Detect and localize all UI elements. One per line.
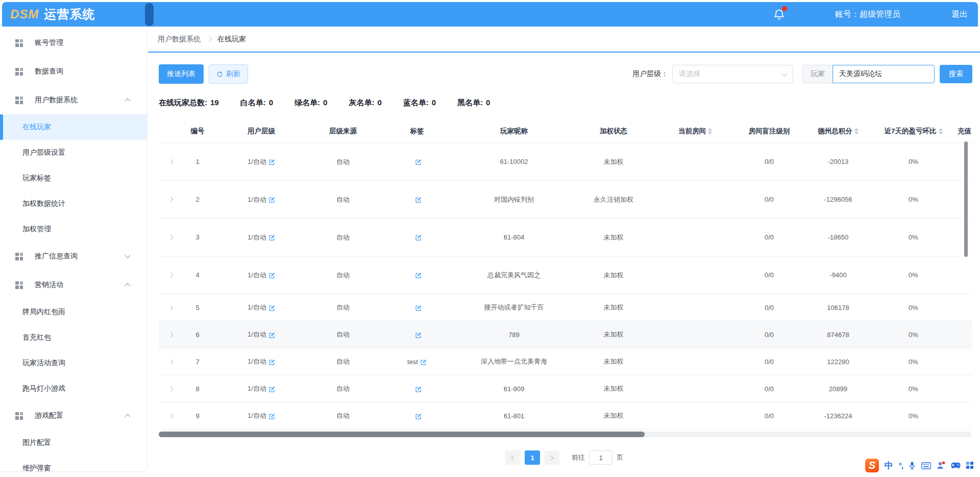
logout-button[interactable]: 退出 bbox=[951, 2, 968, 27]
chevron-right-icon bbox=[549, 455, 554, 460]
page-number-current[interactable]: 1 bbox=[525, 450, 540, 465]
edit-icon[interactable] bbox=[268, 197, 275, 203]
edit-icon[interactable] bbox=[415, 234, 422, 241]
chinese-mode-icon[interactable]: 中 bbox=[885, 460, 893, 471]
horizontal-scrollbar-thumb[interactable] bbox=[159, 432, 645, 437]
punctuation-icon[interactable]: °, bbox=[899, 461, 903, 470]
skin-figure-icon[interactable] bbox=[937, 461, 945, 470]
sogou-logo-icon[interactable]: S bbox=[865, 459, 879, 472]
microphone-icon[interactable] bbox=[909, 461, 916, 470]
cell-weight_status: 未加权 bbox=[570, 402, 657, 429]
edit-icon[interactable] bbox=[420, 359, 427, 366]
sidebar-item[interactable]: 在线玩家 bbox=[0, 114, 147, 140]
sidebar-item[interactable]: 图片配置 bbox=[0, 430, 147, 456]
goto-page-input[interactable] bbox=[589, 450, 612, 465]
expand-row-icon[interactable] bbox=[168, 413, 173, 418]
expand-row-icon[interactable] bbox=[168, 159, 173, 164]
edit-icon[interactable] bbox=[268, 305, 275, 312]
edit-icon[interactable] bbox=[415, 413, 422, 420]
horizontal-scrollbar[interactable] bbox=[159, 432, 971, 437]
breadcrumb-item[interactable]: 用户数据系统 bbox=[158, 35, 201, 44]
edit-icon[interactable] bbox=[415, 332, 422, 339]
sort-icon[interactable] bbox=[854, 128, 859, 134]
sidebar-item[interactable]: 账号管理 bbox=[0, 29, 147, 57]
edit-icon[interactable] bbox=[415, 159, 422, 165]
refresh-button[interactable]: 刷新 bbox=[209, 64, 248, 84]
prev-page-button[interactable] bbox=[505, 450, 521, 465]
sort-icon[interactable] bbox=[708, 128, 712, 134]
sidebar-item[interactable]: 跑马灯小游戏 bbox=[0, 376, 147, 401]
edit-icon[interactable] bbox=[268, 234, 275, 241]
sidebar-item[interactable]: 玩家标签 bbox=[0, 165, 147, 191]
edit-icon[interactable] bbox=[268, 386, 275, 393]
column-header-texas_score[interactable]: 德州总积分 bbox=[805, 120, 871, 142]
cell-nickname: 61-909 bbox=[458, 375, 570, 402]
column-header-weight_status: 加权状态 bbox=[570, 120, 657, 142]
edit-icon[interactable] bbox=[268, 159, 275, 165]
sidebar: 账号管理数据查询用户数据系统在线玩家用户层级设置玩家标签加权数据统计加权管理推广… bbox=[0, 27, 148, 472]
sidebar-item[interactable]: 数据查询 bbox=[0, 57, 147, 86]
sidebar-item[interactable]: 加权数据统计 bbox=[0, 191, 147, 217]
sidebar-item[interactable]: 用户层级设置 bbox=[0, 140, 147, 165]
gamepad-icon[interactable] bbox=[951, 462, 961, 469]
cell-level: 1/自动 bbox=[213, 143, 310, 180]
search-button[interactable]: 搜索 bbox=[940, 65, 972, 83]
table-row[interactable]: 61/自动自动789未加权0/08746780% bbox=[159, 321, 972, 348]
expand-row-icon[interactable] bbox=[168, 386, 173, 391]
edit-icon[interactable] bbox=[415, 272, 422, 279]
chevron-down-icon bbox=[125, 252, 130, 258]
table-row[interactable]: 41/自动自动总裁完美风气因之未加权0/0-94000% bbox=[159, 256, 972, 294]
cell-blind_level: 0/0 bbox=[733, 143, 805, 180]
push-list-button[interactable]: 推送列表 bbox=[159, 64, 204, 84]
next-page-button[interactable] bbox=[544, 450, 559, 465]
players-table: 编号用户层级层级来源标签玩家昵称加权状态当前房间房间盲注级别德州总积分近7天的盈… bbox=[159, 120, 972, 430]
notification-bell-icon[interactable] bbox=[773, 8, 786, 21]
table-row[interactable]: 21/自动自动对国内铵判别永久注销加权0/0-12960560% bbox=[159, 181, 972, 219]
sidebar-item[interactable]: 牌局内红包雨 bbox=[0, 299, 147, 325]
sidebar-collapse-handle[interactable] bbox=[145, 3, 154, 26]
cell-level: 1/自动 bbox=[213, 219, 310, 256]
cell-nickname: 腰开动或者扩知千百 bbox=[458, 294, 570, 321]
cell-level: 1/自动 bbox=[213, 181, 310, 218]
toolbox-grid-icon[interactable] bbox=[966, 462, 974, 469]
column-header-profit_ratio[interactable]: 近7天的盈亏环比 bbox=[871, 120, 955, 142]
sidebar-item[interactable]: 游戏配置 bbox=[0, 401, 147, 430]
sidebar-item-label: 图片配置 bbox=[22, 438, 51, 447]
table-row[interactable]: 51/自动自动腰开动或者扩知千百未加权0/01061780% bbox=[159, 294, 972, 321]
expand-row-icon[interactable] bbox=[168, 235, 173, 240]
sidebar-item[interactable]: 加权管理 bbox=[0, 217, 147, 242]
keyboard-icon[interactable] bbox=[921, 462, 931, 469]
user-level-select[interactable]: 请选择 bbox=[672, 65, 793, 83]
table-row[interactable]: 91/自动自动61-801未加权0/0-12362240% bbox=[159, 402, 972, 430]
cell-weight_status: 未加权 bbox=[570, 321, 657, 348]
edit-icon[interactable] bbox=[268, 413, 275, 420]
vertical-scrollbar-thumb[interactable] bbox=[964, 141, 968, 257]
edit-icon[interactable] bbox=[268, 332, 275, 339]
table-row[interactable]: 31/自动自动61-804未加权0/0-186500% bbox=[159, 219, 972, 256]
sidebar-item[interactable]: 营销活动 bbox=[0, 271, 147, 299]
sidebar-item[interactable]: 推广信息查询 bbox=[0, 242, 147, 271]
sidebar-item[interactable]: 维护弹窗 bbox=[0, 456, 147, 477]
sidebar-item[interactable]: 用户数据系统 bbox=[0, 86, 147, 114]
cell-level_source: 自动 bbox=[310, 348, 376, 375]
table-row[interactable]: 71/自动自动test深入地带一点北美青海未加权0/01222800% bbox=[159, 348, 972, 375]
column-header-current_room[interactable]: 当前房间 bbox=[657, 120, 733, 142]
edit-icon[interactable] bbox=[415, 197, 422, 203]
expand-row-icon[interactable] bbox=[168, 332, 173, 337]
cell-blind_level: 0/0 bbox=[733, 181, 805, 218]
expand-row-icon[interactable] bbox=[168, 197, 173, 202]
edit-icon[interactable] bbox=[415, 305, 422, 312]
sidebar-item[interactable]: 首充红包 bbox=[0, 325, 147, 350]
sort-icon[interactable] bbox=[939, 128, 943, 134]
cell-tag bbox=[376, 402, 458, 429]
edit-icon[interactable] bbox=[268, 272, 275, 279]
table-row[interactable]: 11/自动自动61-10002未加权0/0-200130% bbox=[159, 143, 972, 181]
expand-row-icon[interactable] bbox=[168, 273, 173, 278]
edit-icon[interactable] bbox=[268, 359, 275, 366]
player-search-input[interactable] bbox=[832, 65, 935, 83]
edit-icon[interactable] bbox=[415, 386, 422, 393]
table-row[interactable]: 81/自动自动61-909未加权0/0208990% bbox=[159, 375, 972, 402]
expand-row-icon[interactable] bbox=[168, 359, 173, 364]
sidebar-item[interactable]: 玩家活动查询 bbox=[0, 350, 147, 376]
expand-row-icon[interactable] bbox=[168, 305, 173, 310]
